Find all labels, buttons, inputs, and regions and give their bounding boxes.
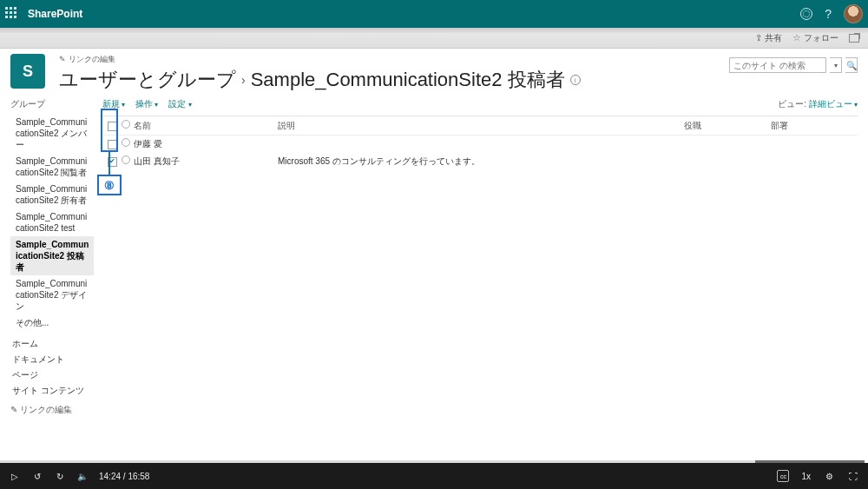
info-icon[interactable]: i	[570, 75, 581, 85]
play-icon[interactable]: ▷	[9, 470, 21, 482]
person-icon	[122, 120, 130, 129]
suite-bar: SharePoint ?	[0, 0, 868, 28]
view-label: ビュー:	[778, 99, 806, 109]
annotation-line	[108, 152, 110, 175]
forward-icon[interactable]: ↻	[54, 470, 66, 482]
title-part-a: ユーザーとグループ	[59, 67, 236, 93]
rewind-icon[interactable]: ↺	[31, 470, 43, 482]
sidebar-group-item[interactable]: Sample_CommunicationSite2 デザイン	[10, 275, 94, 314]
edit-links-top[interactable]: リンクの編集	[59, 54, 729, 65]
sidebar-group-item[interactable]: その他...	[10, 314, 94, 331]
row-name: 伊藤 愛	[134, 139, 162, 149]
col-role[interactable]: 役職	[684, 120, 771, 132]
person-icon	[122, 138, 130, 147]
edit-links-bottom[interactable]: リンクの編集	[10, 404, 94, 416]
left-nav: グループ Sample_CommunicationSite2 メンバーSampl…	[10, 96, 94, 416]
annotation-number: ⑧	[97, 175, 122, 195]
row-name: 山田 真知子	[134, 156, 180, 166]
sidebar-group-item[interactable]: Sample_CommunicationSite2 test	[10, 208, 94, 236]
video-settings-icon[interactable]: ⚙	[823, 470, 835, 482]
col-name[interactable]: 名前	[134, 121, 151, 130]
title-part-b: Sample_CommunicationSite2 投稿者	[251, 67, 565, 93]
table-row[interactable]: 伊藤 愛	[102, 135, 858, 153]
fullscreen-icon[interactable]	[849, 34, 859, 43]
col-dept[interactable]: 部署	[771, 120, 858, 132]
star-icon: ☆	[792, 32, 801, 43]
page-header: S リンクの編集 ユーザーとグループ › Sample_Communicatio…	[0, 49, 868, 96]
settings-icon[interactable]	[800, 8, 812, 20]
user-avatar[interactable]	[844, 4, 863, 23]
share-icon: ⇪	[755, 33, 762, 43]
toolbar-new[interactable]: 新規	[102, 98, 125, 110]
site-logo[interactable]: S	[10, 54, 45, 89]
page-command-bar: ⇪ 共有 ☆ フォロー	[0, 28, 868, 49]
view-selector[interactable]: 詳細ビュー	[809, 99, 858, 109]
help-icon[interactable]: ?	[825, 7, 832, 21]
nav-heading-groups: グループ	[10, 98, 94, 110]
list-header-row: 名前 説明 役職 部署	[102, 116, 858, 135]
search-input[interactable]	[729, 57, 826, 73]
sidebar-group-item[interactable]: Sample_CommunicationSite2 投稿者	[10, 236, 94, 275]
video-time: 14:24 / 16:58	[99, 472, 149, 481]
toolbar-actions[interactable]: 操作	[135, 98, 158, 110]
search-scope-dropdown[interactable]: ▾	[830, 57, 842, 73]
row-checkbox[interactable]	[108, 140, 117, 149]
sidebar-group-item[interactable]: Sample_CommunicationSite2 メンバー	[10, 114, 94, 153]
share-label: 共有	[765, 32, 782, 44]
sidebar-link[interactable]: ドキュメント	[10, 352, 94, 367]
sidebar-group-item[interactable]: Sample_CommunicationSite2 閲覧者	[10, 153, 94, 181]
search-go-button[interactable]: 🔍	[845, 57, 858, 73]
row-desc: Microsoft 365 のコンサルティングを行っています。	[278, 155, 684, 168]
follow-button[interactable]: ☆ フォロー	[792, 32, 838, 44]
toolbar-settings[interactable]: 設定	[168, 98, 191, 110]
sidebar-group-item[interactable]: Sample_CommunicationSite2 所有者	[10, 181, 94, 208]
app-title: SharePoint	[28, 8, 82, 20]
follow-label: フォロー	[804, 32, 838, 44]
volume-icon[interactable]: 🔈	[76, 470, 89, 482]
breadcrumb-separator: ›	[241, 73, 246, 87]
video-fullscreen-icon[interactable]: ⛶	[847, 470, 859, 482]
time-current: 14:24	[99, 472, 121, 481]
captions-icon[interactable]: cc	[777, 470, 789, 482]
speed-button[interactable]: 1x	[801, 472, 811, 481]
search-container: ▾ 🔍	[729, 57, 858, 73]
select-all-checkbox[interactable]	[108, 122, 117, 131]
person-icon	[122, 155, 130, 164]
share-button[interactable]: ⇪ 共有	[755, 32, 782, 44]
main-content: 新規 操作 設定 ビュー: 詳細ビュー 名前 説明 役職 部署 伊藤 愛山田 真…	[94, 96, 858, 416]
video-controls: ▷ ↺ ↻ 🔈 14:24 / 16:58 cc 1x ⚙ ⛶	[0, 463, 868, 489]
table-row[interactable]: 山田 真知子Microsoft 365 のコンサルティングを行っています。	[102, 153, 858, 170]
app-launcher-icon[interactable]	[5, 7, 19, 21]
list-toolbar: 新規 操作 設定 ビュー: 詳細ビュー	[102, 96, 858, 116]
sidebar-link[interactable]: サイト コンテンツ	[10, 383, 94, 399]
col-desc[interactable]: 説明	[278, 120, 684, 132]
sidebar-link[interactable]: ホーム	[10, 336, 94, 352]
sidebar-link[interactable]: ページ	[10, 367, 94, 383]
time-total: 16:58	[128, 472, 149, 481]
page-title: ユーザーとグループ › Sample_CommunicationSite2 投稿…	[59, 67, 729, 93]
